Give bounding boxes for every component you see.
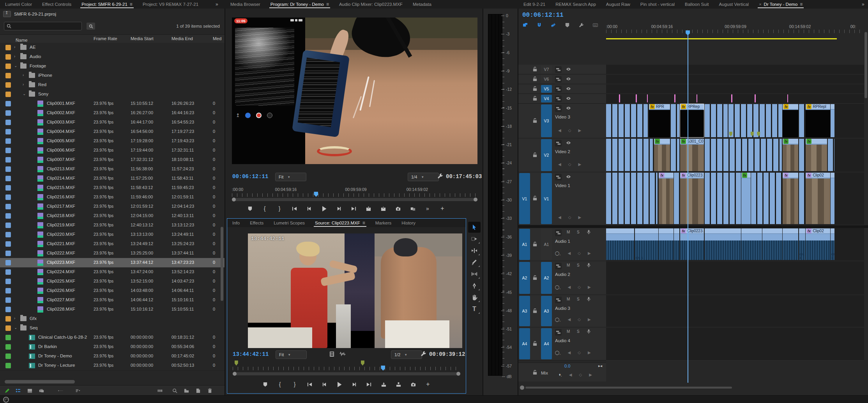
label-color-chip[interactable] xyxy=(5,176,11,181)
source-fit-dropdown[interactable]: Fit▼ xyxy=(276,350,307,359)
label-color-chip[interactable] xyxy=(5,232,11,237)
insert-icon[interactable] xyxy=(380,380,387,388)
fx-badge-icon[interactable]: fx xyxy=(742,173,747,178)
track-target-a4[interactable]: A4 xyxy=(541,328,552,359)
prev-keyframe-icon[interactable]: ◀ xyxy=(569,373,572,377)
type-tool[interactable]: T xyxy=(468,304,481,315)
next-keyframe-icon[interactable]: ▶ xyxy=(588,317,591,322)
label-color-chip[interactable] xyxy=(5,279,11,284)
bin-row[interactable]: ⌄Seq xyxy=(0,323,225,333)
selection-tool[interactable] xyxy=(468,222,481,233)
project-horizontal-scrollbar[interactable] xyxy=(5,380,75,384)
hand-tool[interactable] xyxy=(468,292,481,303)
label-color-chip[interactable] xyxy=(5,241,11,247)
track-lane-v2[interactable]: fxfxS301_C0fxfx xyxy=(606,138,864,172)
timeline-clip[interactable] xyxy=(647,94,648,103)
left-tabs-overflow-icon[interactable]: » xyxy=(212,0,221,9)
source-tab-history[interactable]: History xyxy=(396,219,421,227)
clip-marker[interactable] xyxy=(361,361,364,366)
step-back-icon[interactable] xyxy=(320,380,328,388)
add-keyframe-icon[interactable]: ◇ xyxy=(568,128,571,133)
voiceover-record-icon[interactable] xyxy=(586,297,591,302)
lock-icon[interactable] xyxy=(532,96,537,101)
track-output-eye-icon[interactable] xyxy=(566,76,571,81)
timeline-clip-clip0223-m[interactable]: fxClip0223.M xyxy=(680,228,704,260)
lock-icon[interactable] xyxy=(532,308,537,313)
marker-icon[interactable] xyxy=(261,380,269,388)
add-keyframe-icon[interactable]: ◇ xyxy=(578,317,581,322)
lock-icon[interactable] xyxy=(532,76,537,81)
collapse-icon[interactable]: ⌄ xyxy=(14,325,17,330)
voiceover-record-icon[interactable] xyxy=(586,263,591,268)
label-color-chip[interactable] xyxy=(5,101,11,106)
clip-row[interactable]: Clip0218.MXF23.976 fps12:04:15:0012:40:1… xyxy=(0,211,225,221)
right-tab-august-raw[interactable]: August Raw xyxy=(601,0,635,9)
clip-marker[interactable] xyxy=(757,132,760,136)
middle-tab-metadata[interactable]: Metadata xyxy=(408,0,437,9)
play-icon[interactable] xyxy=(334,380,344,389)
right-tab-pin-shot-vertical[interactable]: Pin shot - vertical xyxy=(635,0,680,9)
timeline-clip-s301-c0[interactable]: fxS301_C0 xyxy=(680,139,704,171)
bowtie-icon[interactable]: ▸◂ xyxy=(598,364,602,368)
source-video-frame[interactable]: 13:44:42:11 xyxy=(248,233,462,348)
goto-in-icon[interactable] xyxy=(306,380,313,388)
clip-row[interactable]: Clip0228.MXF23.976 fps15:10:16:1215:10:5… xyxy=(0,305,225,315)
source-settings-wrench-icon[interactable] xyxy=(421,351,426,357)
clip-row[interactable]: Clip0217.MXF23.976 fps12:01:59:1212:04:1… xyxy=(0,202,225,212)
clip-row[interactable]: Clip0213.MXF23.976 fps11:56:38:0011:57:2… xyxy=(0,164,225,174)
clip-row[interactable]: Clip0214.MXF23.976 fps11:57:25:0011:58:4… xyxy=(0,174,225,184)
find-icon[interactable] xyxy=(171,387,179,394)
clip-row[interactable]: Clip0007.MXF23.976 fps17:32:31:1218:10:0… xyxy=(0,155,225,165)
sync-lock-icon[interactable] xyxy=(555,76,562,83)
track-target-v7[interactable]: V7 xyxy=(541,65,552,73)
slip-tool[interactable] xyxy=(468,269,481,279)
middle-tab-audio-clip-mixer-clip0223-mxf[interactable]: Audio Clip Mixer: Clip0223.MXF xyxy=(334,0,408,9)
track-lane-a4[interactable] xyxy=(606,327,864,361)
fx-badge-icon[interactable]: fx xyxy=(659,173,665,178)
panel-menu-icon[interactable]: ≡ xyxy=(326,2,329,7)
right-tab-balloon-suit[interactable]: Balloon Suit xyxy=(680,0,714,9)
clip-row[interactable]: Clip0001.MXF23.976 fps15:10:55:1216:26:2… xyxy=(0,99,225,109)
zoom-handle-left[interactable] xyxy=(233,372,237,376)
lock-icon[interactable] xyxy=(532,341,537,346)
ripple-edit-tool[interactable] xyxy=(468,245,481,256)
lock-icon[interactable] xyxy=(532,370,537,375)
track-lane-v6[interactable] xyxy=(606,74,864,84)
timeline-clip[interactable]: fx xyxy=(806,139,827,171)
timeline-clip[interactable] xyxy=(619,94,620,103)
timeline-clip[interactable] xyxy=(783,228,798,260)
sync-lock-icon[interactable] xyxy=(555,297,562,303)
sync-lock-icon[interactable] xyxy=(555,140,562,147)
clip-row[interactable]: Clip0005.MXF23.976 fps17:19:28:0017:19:4… xyxy=(0,136,225,146)
source-tab-info[interactable]: Info xyxy=(227,219,245,227)
timeline-clip[interactable] xyxy=(828,139,834,171)
sequence-row[interactable]: Dr Toney - Lecture23.976 fps00:00:00:000… xyxy=(0,361,225,371)
prev-keyframe-icon[interactable]: ◀ xyxy=(558,162,561,166)
step-forward-icon[interactable] xyxy=(335,205,343,212)
timeline-clip[interactable] xyxy=(606,104,648,137)
add-keyframe-icon[interactable]: ◇ xyxy=(578,285,581,289)
track-name[interactable]: Audio 4 xyxy=(555,338,570,343)
track-lane-a2[interactable] xyxy=(606,261,864,295)
prev-keyframe-icon[interactable]: ◀ xyxy=(568,350,571,355)
next-keyframe-icon[interactable]: ▶ xyxy=(588,251,591,255)
add-keyframe-icon[interactable]: ◇ xyxy=(568,215,571,219)
expand-icon[interactable]: › xyxy=(23,73,24,77)
scroll-handle-icon[interactable] xyxy=(520,385,524,390)
fx-badge-icon[interactable]: fx xyxy=(681,139,686,144)
timeline-clip[interactable] xyxy=(799,104,806,137)
track-lane-v4[interactable] xyxy=(606,94,864,104)
sync-lock-icon[interactable] xyxy=(555,174,562,180)
timeline-clip[interactable] xyxy=(799,173,806,224)
source-tab-source-clip0223-mxf[interactable]: Source: Clip0223.MXF≡ xyxy=(310,219,370,227)
timeline-clip-rprepl[interactable]: fxRPRepl xyxy=(806,104,830,137)
timeline-clip[interactable] xyxy=(671,104,679,137)
source-patch-a1[interactable]: A1 xyxy=(519,229,530,260)
clip-row[interactable]: Clip0006.MXF23.976 fps17:19:44:0017:32:3… xyxy=(0,146,225,156)
timeline-clip[interactable] xyxy=(674,228,679,260)
next-keyframe-icon[interactable]: ▶ xyxy=(578,162,581,166)
next-keyframe-icon[interactable]: ▶ xyxy=(588,350,591,355)
zoom-handle-right[interactable] xyxy=(456,372,460,376)
source-tab-effects[interactable]: Effects xyxy=(245,219,269,227)
automate-to-sequence-icon[interactable] xyxy=(156,387,164,394)
